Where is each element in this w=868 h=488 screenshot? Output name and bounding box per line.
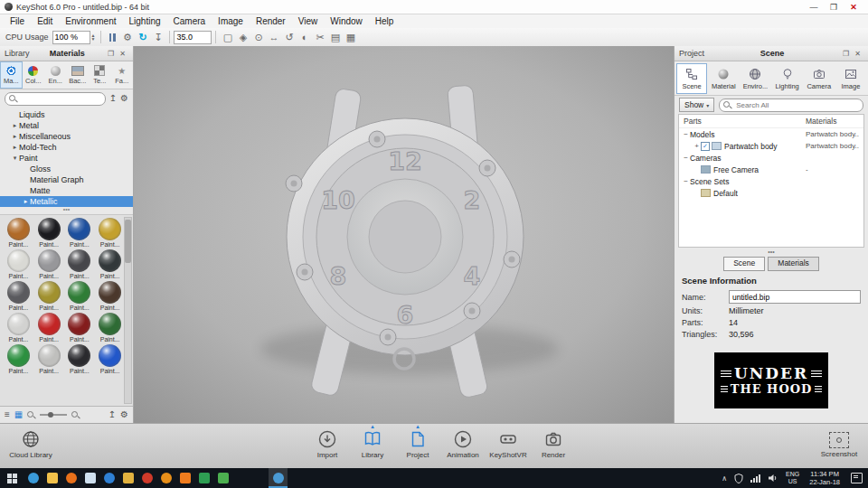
- taskbar-clock[interactable]: 11:34 PM 22-Jan-18: [804, 470, 845, 486]
- scene-node-partwatch-body[interactable]: + ✓ Partwatch body Partwatch body..: [679, 140, 863, 152]
- mail-icon[interactable]: [80, 468, 99, 488]
- keyshotvr-button[interactable]: KeyShotVR: [486, 429, 530, 459]
- environment-toggle-icon[interactable]: ◐: [297, 32, 312, 42]
- scrollbar-thumb[interactable]: [125, 220, 131, 263]
- vlc-icon[interactable]: [156, 468, 175, 488]
- tab-environments[interactable]: En...: [44, 61, 67, 89]
- zoom-in-icon[interactable]: [71, 411, 80, 419]
- scene-node-models[interactable]: − Models Partwatch body..: [679, 128, 863, 140]
- language-switcher[interactable]: ENG US: [781, 471, 804, 485]
- cpu-usage-spinner[interactable]: ▲▼: [91, 33, 96, 41]
- subtab-scene[interactable]: Scene: [723, 257, 765, 271]
- folder-icon[interactable]: [118, 468, 137, 488]
- menu-lighting[interactable]: Lighting: [123, 16, 167, 26]
- firefox-icon[interactable]: [61, 468, 80, 488]
- expand-arrow-icon[interactable]: ▸: [11, 133, 19, 140]
- material-swatch[interactable]: Paint...: [4, 313, 33, 343]
- material-swatch[interactable]: Paint...: [65, 313, 95, 343]
- pause-render-icon[interactable]: [108, 33, 117, 42]
- tree-item-miscellaneous[interactable]: ▸Miscellaneous: [0, 131, 133, 142]
- expand-arrow-icon[interactable]: ▸: [22, 198, 30, 205]
- close-panel-icon[interactable]: ✕: [117, 50, 128, 58]
- orbit-view-icon[interactable]: ↺: [281, 32, 297, 43]
- import-button[interactable]: Import: [306, 429, 349, 459]
- start-button[interactable]: [0, 468, 24, 488]
- library-settings-icon[interactable]: ⚙: [120, 90, 128, 107]
- network-icon[interactable]: [747, 474, 764, 483]
- material-swatch[interactable]: Paint...: [4, 344, 33, 374]
- defender-shield-icon[interactable]: [731, 474, 747, 483]
- tab-lighting[interactable]: Lighting: [772, 63, 803, 94]
- grid-view-icon[interactable]: ▦: [14, 407, 23, 423]
- menu-camera[interactable]: Camera: [167, 16, 212, 26]
- time-limit-input[interactable]: [174, 31, 212, 44]
- parts-column-header[interactable]: Parts: [679, 117, 806, 126]
- tab-favorites[interactable]: ★ Fa...: [111, 61, 134, 89]
- tab-camera[interactable]: Camera: [804, 63, 835, 94]
- expand-arrow-icon[interactable]: ▸: [11, 144, 19, 151]
- scene-node-default-set[interactable]: Default: [679, 187, 863, 199]
- close-button[interactable]: ✕: [844, 3, 863, 12]
- minimize-button[interactable]: —: [804, 3, 824, 12]
- menu-render[interactable]: Render: [250, 16, 292, 26]
- tab-colors[interactable]: Col...: [23, 61, 45, 89]
- list-view-icon[interactable]: ≡: [5, 407, 10, 423]
- tab-backplates[interactable]: Bac...: [67, 61, 90, 89]
- tree-item-paint[interactable]: ▾Paint: [0, 153, 133, 164]
- realtime-viewport[interactable]: 12 2 4 6 8 10: [134, 46, 674, 423]
- cloud-library-button[interactable]: Cloud Library: [9, 429, 52, 459]
- visibility-checkbox[interactable]: ✓: [701, 142, 710, 151]
- collapse-icon[interactable]: −: [682, 154, 690, 162]
- tree-item-matte[interactable]: Matte: [0, 185, 133, 196]
- material-swatch[interactable]: Paint...: [65, 344, 95, 374]
- scene-node-free-camera[interactable]: Free Camera -: [679, 164, 863, 175]
- volume-icon[interactable]: [764, 474, 781, 483]
- backplate-icon[interactable]: ▤: [327, 32, 343, 43]
- library-search-input[interactable]: [20, 94, 101, 104]
- material-swatch[interactable]: Paint...: [95, 344, 125, 374]
- material-swatch[interactable]: Paint...: [34, 281, 64, 311]
- tab-scene[interactable]: Scene: [676, 63, 707, 94]
- performance-gear-icon[interactable]: ⚙: [119, 32, 135, 43]
- tab-textures[interactable]: Te...: [89, 61, 111, 89]
- subtab-materials[interactable]: Materials: [768, 257, 818, 271]
- material-swatch[interactable]: Paint...: [95, 218, 125, 248]
- menu-file[interactable]: File: [4, 16, 31, 26]
- illustrator-icon[interactable]: [175, 468, 194, 488]
- tree-item-mold-tech[interactable]: ▸Mold-Tech: [0, 142, 133, 153]
- library-button[interactable]: ▴ Library: [351, 429, 394, 459]
- collapse-icon[interactable]: −: [682, 130, 690, 138]
- opera-icon[interactable]: [137, 468, 156, 488]
- collapse-icon[interactable]: −: [682, 177, 690, 185]
- scene-search-box[interactable]: [719, 99, 863, 112]
- save-frame-icon[interactable]: ↧: [150, 32, 165, 43]
- tree-item-gloss[interactable]: Gloss: [0, 164, 133, 174]
- maximize-button[interactable]: ❐: [824, 3, 844, 12]
- material-swatch[interactable]: Paint...: [4, 218, 33, 248]
- menu-window[interactable]: Window: [324, 16, 369, 26]
- thumbnail-size-slider[interactable]: [40, 414, 67, 416]
- import-material-icon[interactable]: ↥: [109, 90, 117, 107]
- tab-materials[interactable]: Ma...: [0, 61, 23, 89]
- pan-view-icon[interactable]: ↔: [266, 32, 281, 42]
- screenshot-button[interactable]: Screenshot: [817, 429, 861, 458]
- collapse-arrow-icon[interactable]: ▾: [11, 155, 19, 162]
- focus-target-icon[interactable]: ⊙: [250, 32, 266, 43]
- footer-settings-icon[interactable]: ⚙: [120, 407, 128, 423]
- library-search-box[interactable]: [5, 92, 106, 106]
- edge-browser-icon[interactable]: [99, 468, 118, 488]
- material-swatch[interactable]: Paint...: [65, 249, 95, 279]
- expand-arrow-icon[interactable]: ▸: [11, 122, 19, 129]
- tray-expand-icon[interactable]: ∧: [718, 474, 731, 483]
- zoom-out-icon[interactable]: [27, 411, 35, 419]
- grid-toggle-icon[interactable]: ▦: [343, 32, 358, 43]
- notification-center-icon[interactable]: [851, 473, 863, 483]
- material-swatch[interactable]: Paint...: [95, 281, 125, 311]
- material-swatch[interactable]: Paint...: [95, 313, 125, 343]
- cut-geometry-icon[interactable]: ✂: [312, 32, 327, 43]
- material-swatch[interactable]: Paint...: [34, 249, 64, 279]
- project-button[interactable]: ▴ Project: [396, 429, 439, 459]
- panel-splitter-handle[interactable]: •••: [0, 207, 133, 214]
- material-swatch[interactable]: Paint...: [34, 218, 64, 248]
- excel-icon[interactable]: [194, 468, 213, 488]
